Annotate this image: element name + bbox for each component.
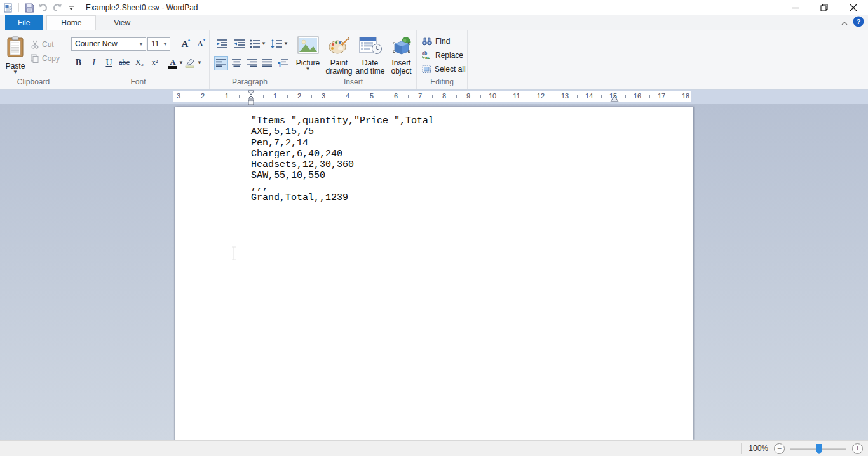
ruler-tick: 4: [346, 92, 349, 100]
ruler-tick: [185, 97, 186, 97]
ruler-tick: [577, 95, 578, 98]
align-center-button[interactable]: [230, 56, 243, 70]
ribbon: Paste ▼ Cut Copy Clipboard Courier New ▼…: [0, 30, 868, 90]
ruler-tick: [607, 97, 608, 97]
ruler-tick: 1: [225, 92, 229, 100]
ruler-tick: [287, 95, 288, 98]
close-icon[interactable]: [839, 0, 868, 15]
document-background: "Items ",quantity,"Price ",TotalAXE,5,15…: [0, 104, 868, 440]
ruler-tick: [311, 95, 312, 98]
highlight-color-button[interactable]: ▼: [184, 55, 202, 70]
line-spacing-dropdown-icon: ▼: [283, 41, 288, 46]
ruler-tick: [649, 95, 650, 98]
justify-button[interactable]: [261, 56, 274, 70]
underline-button[interactable]: U: [102, 55, 116, 70]
ruler-tick: [456, 95, 457, 98]
ruler-tick: [535, 97, 536, 97]
font-family-dropdown-icon: ▼: [136, 38, 146, 50]
font-color-glyph: A: [170, 58, 175, 65]
ruler-tick: 17: [658, 92, 665, 100]
zoom-slider[interactable]: [790, 443, 846, 454]
wordpad-app-icon[interactable]: [3, 2, 14, 13]
insert-object-label: Insert object: [386, 59, 416, 76]
line-spacing-button[interactable]: ▼: [269, 36, 290, 51]
grow-font-button[interactable]: A▲: [178, 37, 192, 51]
bullets-button[interactable]: ▼: [248, 36, 268, 51]
ruler-tick: [366, 97, 367, 97]
font-color-dropdown-icon: ▼: [179, 60, 184, 65]
font-family-combobox[interactable]: Courier New ▼: [71, 37, 146, 51]
find-binoculars-icon: [422, 37, 432, 46]
select-all-icon: [422, 65, 431, 74]
document-page[interactable]: "Items ",quantity,"Price ",TotalAXE,5,15…: [175, 107, 693, 440]
right-indent-marker[interactable]: [610, 95, 619, 102]
increase-indent-button[interactable]: [231, 36, 247, 51]
save-icon[interactable]: [24, 2, 35, 13]
select-all-button[interactable]: Select all: [422, 63, 467, 75]
decrease-indent-button[interactable]: [214, 36, 229, 51]
italic-button[interactable]: I: [86, 55, 101, 70]
bold-button[interactable]: B: [71, 55, 86, 70]
document-line: Grand,Total,,1239: [251, 192, 434, 203]
first-line-indent-marker[interactable]: [247, 90, 255, 95]
zoom-out-button[interactable]: −: [774, 443, 785, 454]
zoom-in-button[interactable]: +: [852, 443, 863, 454]
cut-button[interactable]: Cut: [31, 39, 60, 50]
ruler-tick: 13: [561, 92, 569, 100]
superscript-button[interactable]: x²: [147, 55, 162, 70]
ruler-tick: [620, 97, 620, 97]
ruler-tick: [674, 95, 674, 98]
ruler-tick: 5: [370, 92, 374, 100]
left-indent-marker[interactable]: [247, 100, 255, 105]
ruler-tick: [209, 97, 210, 97]
subscript-button[interactable]: X₂: [132, 55, 147, 70]
ruler-tick: [221, 97, 222, 97]
strikethrough-button[interactable]: abc: [117, 55, 132, 70]
picture-dropdown-icon: ▼: [306, 67, 311, 71]
replace-button[interactable]: abac Replace: [422, 49, 467, 61]
ruler-tick: [263, 95, 264, 98]
minimize-ribbon-icon[interactable]: [841, 18, 848, 27]
ruler-tick: 10: [489, 92, 496, 100]
zoom-slider-thumb[interactable]: [816, 444, 822, 452]
ruler-tick: 1: [273, 92, 277, 100]
document-line: ,,,: [251, 182, 434, 192]
tab-file[interactable]: File: [5, 15, 43, 30]
ruler-tick: [215, 95, 215, 98]
paste-dropdown-icon: ▼: [13, 70, 18, 74]
redo-icon[interactable]: [51, 2, 63, 13]
ibeam-cursor: [230, 246, 238, 260]
ruler-tick: [342, 97, 342, 97]
group-label-insert: Insert: [290, 77, 416, 86]
ruler-tick: 12: [537, 92, 545, 100]
tab-home[interactable]: Home: [46, 15, 96, 30]
document-text[interactable]: "Items ",quantity,"Price ",TotalAXE,5,15…: [251, 116, 434, 203]
ruler-tick: [336, 95, 336, 98]
document-line: SAW,55,10,550: [251, 170, 434, 181]
ruler-tick: [480, 95, 481, 98]
copy-button[interactable]: Copy: [31, 53, 60, 64]
hanging-indent-marker[interactable]: [247, 95, 255, 100]
qat-separator: [18, 3, 19, 12]
undo-icon[interactable]: [37, 2, 49, 13]
shrink-font-button[interactable]: A▼: [193, 37, 207, 51]
ruler-band: 321123456789101112131415161718: [0, 90, 868, 104]
font-color-button[interactable]: A ▼: [168, 55, 184, 70]
align-left-button[interactable]: [214, 56, 228, 70]
tab-view[interactable]: View: [100, 15, 144, 30]
ruler-tick: [197, 97, 198, 97]
font-size-combobox[interactable]: 11 ▼: [147, 37, 170, 51]
align-right-button[interactable]: [245, 56, 259, 70]
restore-icon[interactable]: [810, 0, 839, 15]
replace-icon: abac: [422, 51, 432, 60]
minimize-icon[interactable]: [780, 0, 810, 15]
help-icon[interactable]: ?: [853, 16, 864, 29]
paragraph-settings-button[interactable]: ¶: [276, 56, 290, 70]
customize-qat-icon[interactable]: [65, 2, 77, 13]
ruler-tick: 6: [394, 92, 398, 100]
svg-text:¶: ¶: [278, 60, 281, 67]
font-size-dropdown-icon: ▼: [160, 38, 170, 50]
find-button[interactable]: Find: [422, 35, 467, 47]
group-clipboard: Paste ▼ Cut Copy Clipboard: [0, 30, 67, 89]
ruler-tick: [547, 97, 548, 97]
